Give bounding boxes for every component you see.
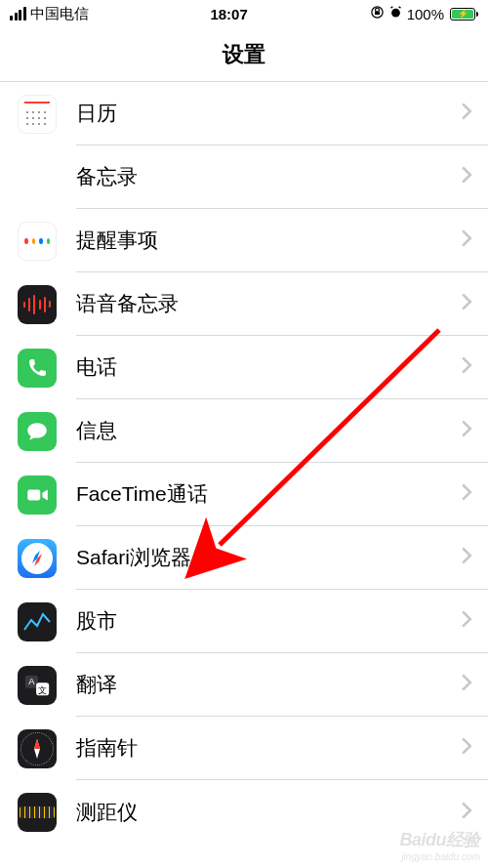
orientation-lock-icon bbox=[370, 5, 385, 22]
row-label: 指南针 bbox=[76, 734, 461, 762]
voicememos-icon bbox=[18, 285, 57, 324]
row-label: 备忘录 bbox=[76, 163, 461, 190]
row-compass[interactable]: 指南针 bbox=[0, 717, 488, 780]
chevron-right-icon bbox=[461, 356, 472, 378]
safari-icon bbox=[18, 539, 57, 578]
alarm-icon bbox=[388, 5, 403, 22]
row-translate[interactable]: A文 翻译 bbox=[0, 653, 488, 717]
chevron-right-icon bbox=[461, 420, 472, 441]
page-title: 设置 bbox=[0, 27, 488, 82]
row-label: 翻译 bbox=[76, 671, 461, 698]
settings-list: 日历 备忘录 提醒事项 语音备忘录 电话 信息 bbox=[0, 82, 488, 844]
messages-icon bbox=[18, 412, 57, 451]
chevron-right-icon bbox=[461, 674, 472, 695]
calendar-icon bbox=[18, 95, 57, 134]
row-voicememos[interactable]: 语音备忘录 bbox=[0, 272, 488, 336]
status-bar: 中国电信 18:07 100% ⚡ bbox=[0, 0, 488, 27]
notes-icon bbox=[18, 158, 57, 197]
row-measure[interactable]: 测距仪 bbox=[0, 780, 488, 844]
clock-label: 18:07 bbox=[210, 6, 247, 22]
chevron-right-icon bbox=[461, 229, 472, 251]
row-label: 股市 bbox=[76, 607, 461, 635]
row-messages[interactable]: 信息 bbox=[0, 399, 488, 463]
battery-percent-label: 100% bbox=[407, 6, 444, 22]
svg-text:文: 文 bbox=[38, 684, 47, 694]
row-label: 日历 bbox=[76, 100, 461, 127]
row-label: 测距仪 bbox=[76, 799, 461, 826]
chevron-right-icon bbox=[461, 610, 472, 632]
row-facetime[interactable]: FaceTime通话 bbox=[0, 463, 488, 526]
signal-icon bbox=[10, 7, 26, 21]
measure-icon bbox=[18, 793, 57, 832]
row-label: 语音备忘录 bbox=[76, 290, 461, 317]
svg-point-2 bbox=[391, 9, 400, 18]
battery-icon: ⚡ bbox=[448, 8, 478, 21]
chevron-right-icon bbox=[461, 802, 472, 823]
chevron-right-icon bbox=[461, 483, 472, 505]
svg-rect-3 bbox=[27, 489, 40, 500]
chevron-right-icon bbox=[461, 547, 472, 568]
row-safari[interactable]: Safari浏览器 bbox=[0, 526, 488, 590]
facetime-icon bbox=[18, 475, 57, 515]
status-left: 中国电信 bbox=[10, 5, 89, 23]
row-label: 电话 bbox=[76, 353, 461, 381]
row-stocks[interactable]: 股市 bbox=[0, 590, 488, 653]
status-right: 100% ⚡ bbox=[370, 5, 478, 22]
reminders-icon bbox=[18, 222, 57, 261]
chevron-right-icon bbox=[461, 166, 472, 187]
row-label: Safari浏览器 bbox=[76, 544, 461, 571]
chevron-right-icon bbox=[461, 737, 472, 759]
row-reminders[interactable]: 提醒事项 bbox=[0, 209, 488, 272]
compass-icon bbox=[18, 729, 57, 768]
row-label: FaceTime通话 bbox=[76, 480, 461, 508]
svg-rect-1 bbox=[375, 11, 380, 15]
row-calendar[interactable]: 日历 bbox=[0, 82, 488, 145]
row-label: 提醒事项 bbox=[76, 227, 461, 254]
carrier-label: 中国电信 bbox=[30, 5, 89, 23]
phone-icon bbox=[18, 349, 57, 388]
row-notes[interactable]: 备忘录 bbox=[0, 145, 488, 209]
stocks-icon bbox=[18, 602, 57, 641]
row-phone[interactable]: 电话 bbox=[0, 336, 488, 399]
row-label: 信息 bbox=[76, 417, 461, 444]
chevron-right-icon bbox=[461, 103, 472, 124]
svg-text:A: A bbox=[28, 677, 35, 686]
translate-icon: A文 bbox=[18, 666, 57, 705]
chevron-right-icon bbox=[461, 293, 472, 314]
